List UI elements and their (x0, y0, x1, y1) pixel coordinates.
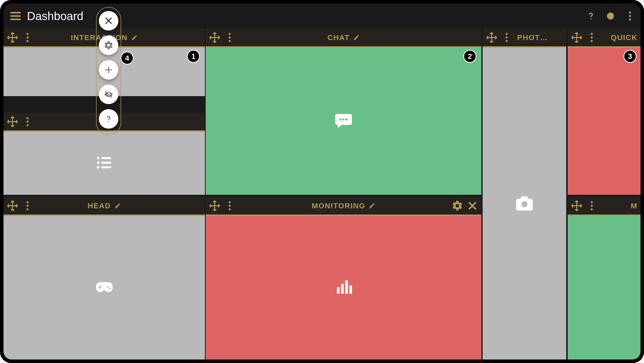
panel-title: PHOT… (517, 33, 548, 42)
move-icon (571, 32, 583, 44)
visibility-off-icon (104, 89, 114, 99)
svg-rect-0 (10, 12, 21, 14)
speed-dial-visibility[interactable] (99, 85, 118, 104)
gear-icon (451, 200, 463, 212)
panel-menu[interactable] (586, 32, 598, 44)
panel-menu[interactable] (224, 32, 236, 44)
kebab-icon (591, 37, 593, 39)
panel-body-p (4, 132, 205, 195)
hamburger-icon (9, 9, 23, 23)
panel-body-photo (483, 48, 566, 359)
drag-handle[interactable] (209, 32, 221, 44)
more-button[interactable] (624, 11, 635, 22)
callout-badge-1: 1 (187, 50, 200, 63)
panel-body-chat (206, 48, 481, 195)
question-icon (585, 11, 596, 22)
record-dot-icon (607, 13, 614, 20)
svg-rect-16 (349, 285, 352, 294)
move-icon (209, 32, 221, 44)
drag-handle[interactable] (486, 32, 498, 44)
panel-menu[interactable] (501, 32, 513, 44)
drag-handle[interactable] (7, 200, 19, 212)
bar-chart-icon (334, 277, 354, 298)
menu-button[interactable] (9, 9, 23, 23)
kebab-icon (27, 37, 29, 39)
kebab-icon (27, 205, 29, 207)
move-icon (7, 32, 19, 44)
panel-header-quick[interactable]: QUICK (568, 29, 640, 48)
panel-monitoring: MONITORING (206, 197, 481, 359)
gamepad-icon (94, 277, 114, 298)
kebab-icon (506, 37, 508, 39)
panel-close[interactable] (466, 200, 478, 212)
record-indicator[interactable] (605, 11, 616, 22)
panel-menu[interactable] (22, 200, 34, 212)
svg-point-4 (97, 157, 99, 159)
drag-handle[interactable] (571, 200, 583, 212)
panel-menu[interactable] (586, 200, 598, 212)
speed-dial-help[interactable] (99, 109, 118, 129)
panel-header-m[interactable]: M (568, 197, 640, 216)
move-icon (571, 200, 583, 212)
move-icon (7, 116, 19, 128)
page-title: Dashboard (27, 9, 83, 23)
svg-rect-15 (345, 280, 348, 294)
svg-point-8 (97, 166, 99, 169)
chat-icon (334, 111, 354, 132)
panel-header-photo[interactable]: PHOT… (483, 29, 566, 48)
panel-body-head (4, 216, 205, 359)
kebab-icon (591, 205, 593, 207)
edit-icon[interactable] (353, 34, 360, 41)
edit-icon[interactable] (369, 203, 375, 209)
drag-handle[interactable] (209, 200, 221, 212)
edit-icon[interactable] (114, 203, 121, 209)
speed-dial-close[interactable] (99, 11, 118, 31)
panel-title: MONITORING (312, 202, 365, 210)
callout-badge-3: 3 (623, 50, 636, 63)
panel-body-m (568, 216, 640, 359)
drag-handle[interactable] (7, 116, 19, 128)
panel-settings[interactable] (451, 200, 463, 212)
svg-rect-2 (10, 19, 21, 20)
gear-icon (104, 40, 114, 50)
panel-title: CHAT (327, 33, 350, 42)
edit-icon[interactable] (131, 34, 138, 41)
svg-rect-1 (10, 15, 21, 17)
drag-handle[interactable] (7, 32, 19, 44)
panel-title: HEAD (88, 202, 111, 210)
close-icon (104, 16, 114, 26)
kebab-icon (27, 121, 29, 123)
svg-rect-13 (337, 287, 340, 294)
kebab-icon (229, 37, 231, 39)
panel-header-monitoring[interactable]: MONITORING (206, 197, 481, 216)
svg-point-24 (108, 121, 109, 122)
panel-menu[interactable] (22, 116, 34, 128)
panel-body-monitoring (206, 216, 481, 359)
kebab-icon (229, 205, 231, 207)
speed-dial-settings[interactable] (99, 36, 118, 55)
list-icon (95, 153, 114, 173)
drag-handle[interactable] (571, 32, 583, 44)
move-icon (486, 32, 498, 44)
camera-icon (514, 193, 534, 214)
svg-rect-7 (101, 162, 111, 163)
panel-body-quick (568, 48, 640, 195)
panel-header-chat[interactable]: CHAT (206, 29, 481, 48)
plus-icon (104, 65, 114, 75)
svg-rect-9 (101, 166, 111, 168)
svg-rect-5 (101, 157, 111, 159)
svg-point-12 (345, 118, 348, 121)
help-button[interactable] (585, 11, 596, 22)
kebab-icon (629, 15, 631, 17)
app-screen: Dashboard (4, 4, 640, 359)
move-icon (209, 200, 221, 212)
callout-badge-4: 4 (121, 52, 134, 65)
panel-menu[interactable] (22, 32, 34, 44)
speed-dial-add[interactable] (99, 60, 118, 80)
panel-menu[interactable] (224, 200, 236, 212)
question-icon (104, 114, 114, 124)
panel-m: M (568, 197, 640, 359)
panel-chat: CHAT 2 (206, 29, 481, 195)
topbar-actions (585, 11, 635, 22)
panel-header-head[interactable]: HEAD (4, 197, 205, 216)
